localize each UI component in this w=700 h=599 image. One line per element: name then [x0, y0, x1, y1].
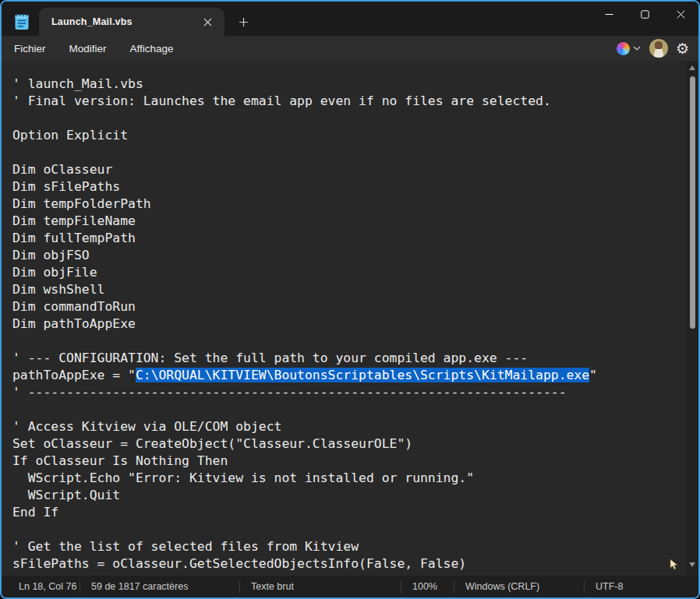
code-line: Dim fullTempPath — [12, 230, 686, 247]
titlebar: Launch_Mail.vbs — [2, 2, 698, 36]
minimize-icon — [605, 10, 613, 19]
code-line: Dim tempFolderPath — [12, 196, 686, 213]
account-avatar[interactable] — [649, 39, 668, 58]
code-line: ' Access Kitview via OLE/COM object — [12, 418, 686, 435]
code-line: ' --- CONFIGURATION: Set the full path t… — [12, 350, 686, 367]
code-line: ' Final version: Launches the email app … — [12, 93, 686, 110]
gear-icon[interactable]: ⚙ — [673, 40, 692, 58]
plus-icon — [239, 17, 249, 27]
code-line: Dim pathToAppExe — [12, 315, 686, 333]
code-line: Dim wshShell — [12, 281, 686, 298]
code-line: Dim sFilePaths — [12, 178, 686, 196]
character-count: 59 de 1817 caractères — [80, 576, 239, 597]
scroll-up-icon[interactable] — [689, 65, 695, 70]
code-line: Set oClasseur = CreateObject("Classeur.C… — [12, 435, 686, 453]
new-tab-button[interactable] — [232, 12, 254, 32]
menubar: Fichier Modifier Affichage ⚙ — [2, 36, 698, 61]
line-ending[interactable]: Windows (CRLF) — [454, 576, 584, 597]
mouse-cursor — [670, 559, 678, 570]
scroll-down-icon[interactable] — [689, 562, 695, 567]
code-line: Dim objFSO — [12, 247, 686, 264]
code-line: ' Get the list of selected files from Ki… — [12, 538, 686, 555]
code-line — [12, 144, 686, 161]
code-line: ' --------------------------------------… — [12, 384, 686, 401]
code-line: Dim objFile — [12, 264, 686, 281]
menu-affichage[interactable]: Affichage — [122, 39, 182, 58]
code-line: Option Explicit — [12, 127, 686, 144]
tab-close-icon[interactable] — [198, 12, 217, 31]
encoding[interactable]: UTF-8 — [585, 576, 698, 597]
code-lines: ' launch_Mail.vbs' Final version: Launch… — [2, 61, 686, 576]
code-line — [12, 333, 686, 350]
vertical-scrollbar[interactable] — [686, 61, 698, 576]
copilot-button[interactable] — [613, 40, 645, 58]
code-line: Dim commandToRun — [12, 298, 686, 315]
code-line: WScript.Quit — [12, 487, 686, 504]
code-line: Dim tempFileName — [12, 213, 686, 230]
statusbar: Ln 18, Col 76 59 de 1817 caractères Text… — [2, 576, 698, 597]
minimize-button[interactable] — [591, 2, 627, 26]
tab-launch-mail[interactable]: Launch_Mail.vbs — [39, 8, 224, 36]
copilot-icon — [617, 42, 630, 55]
code-line: pathToAppExe = "C:\ORQUAL\KITVIEW\Bouton… — [12, 367, 686, 384]
zoom-level[interactable]: 100% — [401, 576, 454, 597]
code-line — [12, 110, 686, 127]
code-line: ' launch_Mail.vbs — [12, 76, 686, 93]
code-line: Dim oClasseur — [12, 161, 686, 178]
close-icon — [677, 10, 685, 19]
tab-title: Launch_Mail.vbs — [51, 16, 198, 27]
menu-fichier[interactable]: Fichier — [6, 39, 54, 58]
code-line: WScript.Echo "Error: Kitview is not inst… — [12, 470, 686, 487]
code-line — [12, 401, 686, 418]
code-line: End If — [12, 504, 686, 521]
chevron-down-icon — [633, 46, 641, 51]
notepad-app-icon — [13, 13, 30, 30]
maximize-button[interactable] — [627, 2, 663, 26]
scrollbar-thumb[interactable] — [690, 76, 695, 329]
text-editor[interactable]: ' launch_Mail.vbs' Final version: Launch… — [2, 61, 698, 576]
window-controls — [591, 2, 698, 26]
notepad-window: Launch_Mail.vbs — [0, 0, 700, 599]
menu-modifier[interactable]: Modifier — [62, 39, 115, 58]
code-line — [12, 521, 686, 538]
cursor-position: Ln 18, Col 76 — [2, 576, 80, 597]
document-type: Texte brut — [240, 576, 305, 597]
code-line: If oClasseur Is Nothing Then — [12, 453, 686, 470]
close-button[interactable] — [663, 2, 698, 26]
code-line: sFilePaths = oClasseur.GetSelectedObject… — [12, 555, 686, 573]
maximize-icon — [641, 10, 649, 19]
